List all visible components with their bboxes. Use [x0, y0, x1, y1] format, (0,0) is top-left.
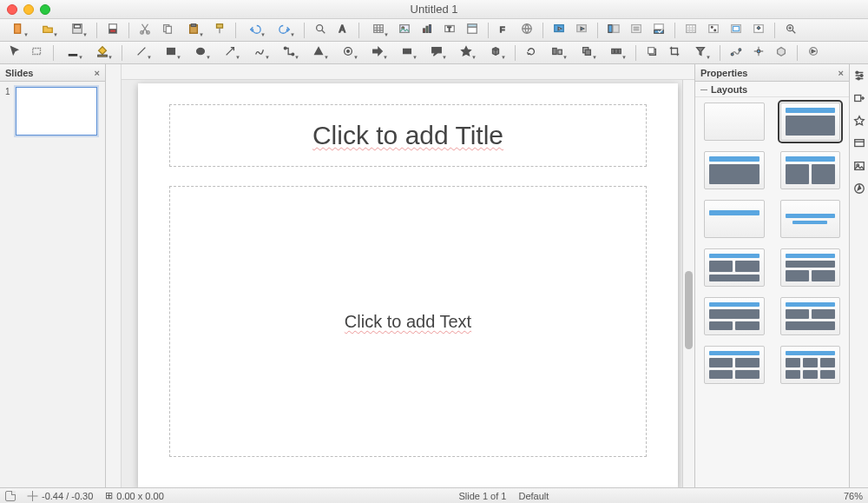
distribute-button[interactable]: ▼: [603, 44, 629, 62]
connectors-button[interactable]: ▼: [276, 44, 302, 62]
sidebar-tab-animation[interactable]: [852, 115, 866, 129]
layout-two-content-header-alt[interactable]: [780, 248, 841, 287]
display-snap-button[interactable]: [727, 22, 746, 39]
close-icon[interactable]: ×: [95, 68, 100, 78]
insert-hyperlink-button[interactable]: [517, 22, 536, 39]
line-color-button[interactable]: ▼: [60, 44, 86, 62]
paste-button[interactable]: ▼: [181, 22, 207, 39]
3d-objects-button[interactable]: ▼: [483, 44, 509, 62]
new-doc-button[interactable]: ▼: [5, 22, 31, 39]
views-notes-button[interactable]: [649, 22, 668, 39]
arrow-line-button[interactable]: ▼: [217, 44, 243, 62]
layout-four-content[interactable]: [704, 346, 765, 384]
flowchart-button[interactable]: ▼: [394, 44, 420, 62]
insert-table-button[interactable]: ▼: [365, 22, 391, 39]
arrange-button[interactable]: ▼: [574, 44, 600, 62]
insert-header-button[interactable]: [463, 22, 482, 39]
close-icon[interactable]: ×: [838, 68, 844, 78]
sidebar-tab-gallery[interactable]: [852, 160, 866, 174]
layout-title-two-content[interactable]: [780, 151, 841, 189]
layouts-section-header[interactable]: — Layouts: [695, 82, 849, 97]
align-objects-button[interactable]: ▼: [544, 44, 570, 62]
title-placeholder[interactable]: Click to add Title: [169, 104, 647, 167]
layout-two-content-header[interactable]: [704, 248, 765, 287]
content-placeholder[interactable]: Click to add Text: [169, 186, 647, 457]
basic-shapes-button[interactable]: ▼: [306, 44, 332, 62]
dropdown-icon: ▼: [353, 55, 358, 60]
char-dialog-button[interactable]: A: [333, 22, 352, 39]
slide-thumbnail[interactable]: 1: [5, 87, 100, 136]
extrusion-button[interactable]: [772, 44, 791, 62]
views-normal-button[interactable]: [604, 22, 623, 39]
window-zoom-button[interactable]: [40, 4, 50, 15]
filter-button[interactable]: ▼: [687, 44, 713, 62]
zoom-tool-button[interactable]: [781, 22, 800, 39]
open-button[interactable]: ▼: [35, 22, 61, 39]
views-outline-button[interactable]: [627, 22, 646, 39]
window-close-button[interactable]: [7, 4, 17, 15]
slide-counter[interactable]: Slide 1 of 1: [458, 491, 506, 501]
rotate-button[interactable]: [522, 44, 541, 62]
interaction-button[interactable]: [804, 44, 823, 62]
ruler-horizontal[interactable]: [122, 64, 694, 80]
display-grid-button[interactable]: [681, 22, 700, 39]
save-indicator[interactable]: [5, 491, 16, 501]
insert-textbox-button[interactable]: T: [440, 22, 459, 39]
window-minimize-button[interactable]: [23, 4, 34, 15]
sidebar-tab-master-slides[interactable]: [852, 137, 866, 151]
save-button[interactable]: ▼: [64, 22, 90, 39]
display-master-button[interactable]: [749, 22, 768, 39]
export-pdf-button[interactable]: [103, 22, 122, 39]
redo-button[interactable]: ▼: [272, 22, 298, 39]
find-button[interactable]: [311, 22, 330, 39]
scrollbar-thumb[interactable]: [685, 271, 693, 349]
insert-fontwork-button[interactable]: F: [495, 22, 514, 39]
clone-format-button[interactable]: [210, 22, 229, 39]
crop-button[interactable]: [665, 44, 684, 62]
callouts-button[interactable]: ▼: [424, 44, 450, 62]
symbol-shapes-button[interactable]: ▼: [335, 44, 361, 62]
display-guides-button[interactable]: [704, 22, 723, 39]
layout-content-over-two[interactable]: [704, 297, 765, 335]
ruler-vertical[interactable]: [106, 64, 122, 487]
dropdown-icon: ▼: [384, 32, 389, 37]
find-icon: [314, 23, 326, 37]
slides-list[interactable]: 1: [0, 82, 105, 487]
layout-blank[interactable]: [704, 103, 765, 141]
shadow-button[interactable]: [642, 44, 661, 62]
copy-button[interactable]: [158, 22, 177, 39]
points-button[interactable]: [727, 44, 746, 62]
rect-tool-button[interactable]: ▼: [158, 44, 184, 62]
ellipse-tool-button[interactable]: ▼: [187, 44, 214, 62]
master-name[interactable]: Default: [518, 491, 549, 501]
cut-button[interactable]: [135, 22, 155, 39]
slide-canvas[interactable]: Click to add Title Click to add Text: [138, 83, 678, 487]
sidebar-tab-properties[interactable]: [852, 69, 866, 83]
glue-button[interactable]: [749, 44, 768, 62]
zoom-pan-button[interactable]: [28, 44, 47, 62]
sidebar-tab-navigator[interactable]: [852, 182, 866, 196]
insert-image-button[interactable]: [395, 22, 414, 39]
insert-chart-button[interactable]: [418, 22, 437, 39]
start-from-current-button[interactable]: [572, 22, 591, 39]
start-from-first-button[interactable]: [549, 22, 569, 39]
line-tool-button[interactable]: ▼: [128, 44, 155, 62]
slide-editor[interactable]: Click to add Title Click to add Text: [122, 80, 694, 487]
layout-title-only[interactable]: [704, 200, 765, 238]
zoom-level[interactable]: 76%: [844, 491, 863, 501]
block-arrows-button[interactable]: ▼: [365, 44, 391, 62]
slide-preview[interactable]: [16, 87, 97, 136]
select-tool-button[interactable]: [5, 44, 24, 62]
curves-button[interactable]: ▼: [247, 44, 273, 62]
layout-two-over-content[interactable]: [780, 297, 841, 335]
fill-color-button[interactable]: ▼: [89, 44, 115, 62]
layout-centered-text[interactable]: [780, 200, 841, 238]
symbol-shapes-icon: [342, 45, 354, 60]
stars-button[interactable]: ▼: [453, 44, 479, 62]
layout-title-content[interactable]: [780, 103, 841, 141]
sidebar-tab-slide-transition[interactable]: [852, 92, 866, 106]
undo-button[interactable]: ▼: [242, 22, 268, 39]
layout-six-content[interactable]: [780, 346, 841, 384]
layout-title-content-alt[interactable]: [704, 151, 765, 189]
vertical-scrollbar[interactable]: [682, 80, 694, 487]
